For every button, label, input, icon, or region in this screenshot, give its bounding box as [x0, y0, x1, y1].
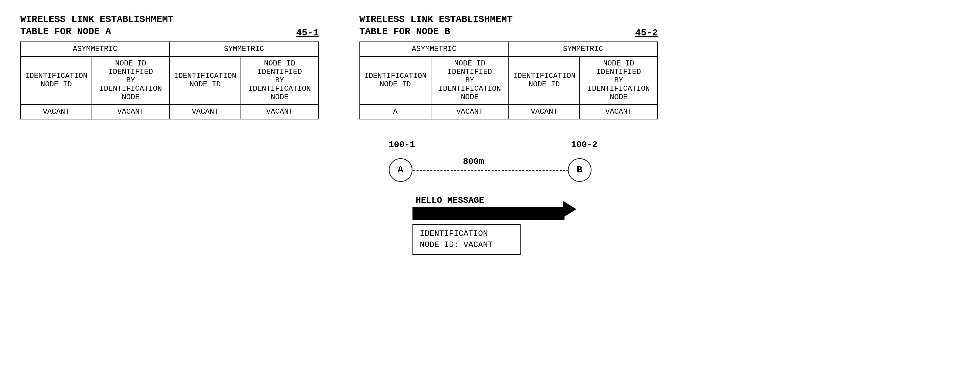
table-a-title: WIRELESS LINK ESTABLISHMEMT TABLE FOR NO… — [20, 14, 173, 38]
table-a-row1: VACANT VACANT VACANT VACANT — [21, 104, 318, 119]
node-b-ref-label: 100-2 — [571, 140, 598, 150]
table-a-r1c1: VACANT — [21, 104, 92, 119]
table-a-col2-header: NODE ID IDENTIFIED BY IDENTIFICATION NOD… — [92, 56, 170, 104]
table-a-r1c2: VACANT — [92, 104, 170, 119]
table-a-asymmetric-header: ASYMMETRIC — [21, 42, 170, 56]
network-diagram: 100-1 100-2 A B 800m HELLO MESSAGE IDENT… — [338, 140, 642, 302]
table-b-r1c2: VACANT — [431, 104, 509, 119]
top-section: WIRELESS LINK ESTABLISHMEMT TABLE FOR NO… — [20, 14, 960, 119]
table-b-col3-header: IDENTIFICATION NODE ID — [509, 56, 580, 104]
table-b-title-row: WIRELESS LINK ESTABLISHMEMT TABLE FOR NO… — [360, 14, 658, 38]
table-b-row1: A VACANT VACANT VACANT — [360, 104, 658, 119]
table-a-block: WIRELESS LINK ESTABLISHMEMT TABLE FOR NO… — [20, 14, 319, 119]
table-b-r1c4: VACANT — [580, 104, 657, 119]
table-b: ASYMMETRIC SYMMETRIC IDENTIFICATION NODE… — [360, 41, 658, 119]
table-a-r1c4: VACANT — [241, 104, 318, 119]
table-b-block: WIRELESS LINK ESTABLISHMEMT TABLE FOR NO… — [360, 14, 658, 119]
table-b-symmetric-header: SYMMETRIC — [509, 42, 658, 56]
table-a-title-row: WIRELESS LINK ESTABLISHMEMT TABLE FOR NO… — [20, 14, 319, 38]
table-b-col2-header: NODE ID IDENTIFIED BY IDENTIFICATION NOD… — [431, 56, 509, 104]
node-a-ref-label: 100-1 — [389, 140, 415, 150]
bottom-section: 100-1 100-2 A B 800m HELLO MESSAGE IDENT… — [20, 140, 960, 302]
table-a-col4-header: NODE ID IDENTIFIED BY IDENTIFICATION NOD… — [241, 56, 318, 104]
table-a: ASYMMETRIC SYMMETRIC IDENTIFICATION NODE… — [20, 41, 319, 119]
distance-label: 800m — [463, 157, 484, 167]
table-b-r1c1: A — [360, 104, 431, 119]
table-b-ref: 45-2 — [635, 28, 658, 38]
table-a-symmetric-header: SYMMETRIC — [170, 42, 318, 56]
table-b-title: WIRELESS LINK ESTABLISHMEMT TABLE FOR NO… — [360, 14, 513, 38]
table-a-col3-header: IDENTIFICATION NODE ID — [170, 56, 241, 104]
table-b-r1c3: VACANT — [509, 104, 580, 119]
node-b-circle: B — [568, 158, 592, 182]
node-a-circle: A — [389, 158, 412, 182]
table-b-asymmetric-header: ASYMMETRIC — [360, 42, 509, 56]
hello-message-label: HELLO MESSAGE — [416, 195, 484, 206]
dashed-connection-line — [413, 170, 568, 171]
message-box: IDENTIFICATION NODE ID: VACANT — [412, 224, 520, 255]
table-a-col1-header: IDENTIFICATION NODE ID — [21, 56, 92, 104]
table-b-col4-header: NODE ID IDENTIFIED BY IDENTIFICATION NOD… — [580, 56, 657, 104]
hello-message-arrow-head — [563, 201, 576, 218]
hello-message-arrow-body — [412, 207, 565, 220]
table-b-col1-header: IDENTIFICATION NODE ID — [360, 56, 431, 104]
table-a-r1c3: VACANT — [170, 104, 241, 119]
table-a-ref: 45-1 — [296, 28, 318, 38]
